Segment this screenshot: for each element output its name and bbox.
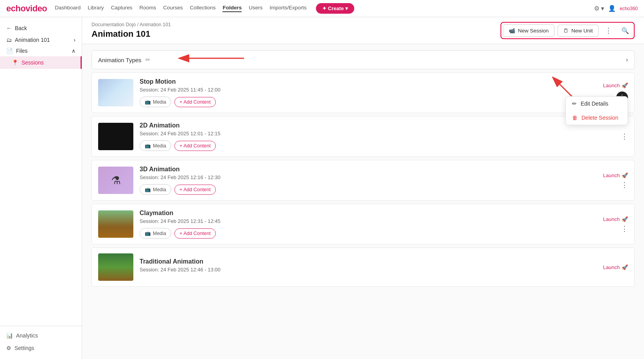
launch-rocket-icon-claymation: 🚀: [622, 216, 628, 222]
session-date-3d: Session: 24 Feb 2025 12:16 - 12:30: [140, 174, 597, 180]
sidebar-settings[interactable]: ⚙ Settings: [0, 342, 82, 354]
session-right-traditional: Launch 🚀: [603, 264, 628, 270]
launch-label: Launch: [603, 83, 620, 88]
new-session-label: New Session: [518, 28, 549, 34]
brand-label: echo360: [620, 6, 638, 11]
media-icon-3d: 📺: [145, 187, 151, 192]
add-content-button-2d[interactable]: + Add Content: [174, 141, 216, 151]
session-dots-button-claymation[interactable]: ⋮: [621, 225, 628, 232]
header-more-button[interactable]: ⋮: [602, 25, 615, 36]
files-chevron-icon: ∧: [72, 48, 75, 54]
nav-library[interactable]: Library: [88, 5, 104, 12]
unit-edit-icon[interactable]: ✏: [145, 56, 151, 63]
session-date-stop-motion: Session: 24 Feb 2025 11:45 - 12:00: [140, 87, 597, 93]
session-thumbnail-stop-motion: [98, 79, 133, 106]
session-dots-button-3d[interactable]: ⋮: [621, 181, 628, 188]
dropdown-delete-session[interactable]: 🗑 Delete Session: [566, 111, 628, 125]
nav-folders[interactable]: Folders: [222, 5, 242, 12]
analytics-label: Analytics: [16, 332, 38, 339]
session-date-2d: Session: 24 Feb 2025 12:01 - 12:15: [140, 131, 615, 136]
nav-users[interactable]: Users: [249, 5, 262, 12]
delete-icon: 🗑: [572, 115, 578, 121]
media-button-claymation[interactable]: 📺 Media: [140, 228, 171, 239]
flask-decoration: ⚗: [111, 174, 121, 187]
media-button-stop-motion[interactable]: 📺 Media: [140, 97, 171, 107]
new-unit-button[interactable]: 🗒 New Unit: [558, 25, 599, 37]
thumb-image-2d: [98, 123, 133, 150]
unit-title: Animation Types: [98, 57, 142, 63]
nav-imports-exports[interactable]: Imports/Exports: [270, 5, 307, 12]
nav-collections[interactable]: Collections: [190, 5, 215, 12]
nav-captures[interactable]: Captures: [111, 5, 133, 12]
topnav-right: ⚙ ▾ 👤 echo360: [594, 5, 638, 12]
new-unit-icon: 🗒: [563, 28, 569, 34]
session-name-3d: 3D Animation: [140, 166, 597, 173]
launch-button-traditional[interactable]: Launch 🚀: [603, 264, 628, 270]
files-icon: 📄: [6, 48, 13, 54]
media-button-2d[interactable]: 📺 Media: [140, 140, 171, 151]
unit-header[interactable]: Animation Types ✏ ›: [91, 50, 635, 69]
sessions-list: Stop Motion Session: 24 Feb 2025 11:45 -…: [91, 72, 635, 287]
launch-label-3d: Launch: [603, 172, 620, 178]
sidebar-sessions-label: Sessions: [22, 59, 44, 66]
media-button-3d[interactable]: 📺 Media: [140, 184, 171, 195]
add-content-button-claymation[interactable]: + Add Content: [174, 228, 216, 239]
launch-button-3d[interactable]: Launch 🚀: [603, 172, 628, 178]
session-actions-3d: 📺 Media + Add Content: [140, 184, 597, 195]
folder-icon: 🗂: [6, 37, 12, 43]
add-content-button-3d[interactable]: + Add Content: [174, 185, 216, 195]
sidebar-item-folder[interactable]: 🗂 Animation 101 ›: [0, 34, 82, 45]
nav-rooms[interactable]: Rooms: [139, 5, 156, 12]
session-dots-button-2d[interactable]: ⋮: [621, 133, 628, 140]
page-title: Animation 101: [91, 29, 171, 39]
thumb-image-stop-motion: [98, 79, 133, 106]
sidebar-item-files[interactable]: 📄 Files ∧: [0, 45, 82, 56]
breadcrumb-current: Animation 101: [140, 22, 171, 27]
breadcrumb-parent[interactable]: Documentation Dojo: [91, 22, 136, 27]
session-name-stop-motion: Stop Motion: [140, 78, 597, 85]
header-search-button[interactable]: 🔍: [618, 25, 632, 36]
session-thumbnail-traditional: [98, 253, 133, 281]
launch-rocket-icon-3d: 🚀: [622, 172, 628, 178]
session-thumbnail-claymation: [98, 210, 133, 238]
nav-links: Dashboard Library Captures Rooms Courses…: [55, 5, 307, 12]
session-thumbnail-2d: [98, 123, 133, 150]
session-actions-stop-motion: 📺 Media + Add Content: [140, 97, 597, 107]
sidebar-bottom: 📊 Analytics ⚙ Settings: [0, 326, 82, 354]
settings-icon[interactable]: ⚙ ▾: [594, 5, 604, 12]
session-card-stop-motion: Stop Motion Session: 24 Feb 2025 11:45 -…: [91, 72, 635, 113]
nav-dashboard[interactable]: Dashboard: [55, 5, 81, 12]
session-name-claymation: Claymation: [140, 210, 597, 217]
session-actions-claymation: 📺 Media + Add Content: [140, 228, 597, 239]
create-button[interactable]: ✦ Create ▾: [316, 3, 354, 14]
unit-chevron-icon: ›: [626, 56, 628, 63]
session-thumbnail-3d: ⚗: [98, 167, 133, 194]
media-label-3d: Media: [153, 187, 166, 192]
new-session-button[interactable]: 📹 New Session: [503, 24, 554, 37]
session-right-claymation: Launch 🚀 ⋮: [603, 216, 628, 232]
launch-label-traditional: Launch: [603, 264, 620, 270]
back-arrow-icon: ←: [6, 25, 12, 31]
user-icon[interactable]: 👤: [608, 5, 616, 12]
sidebar-back-button[interactable]: ← Back: [0, 22, 82, 34]
add-content-button-stop-motion[interactable]: + Add Content: [174, 97, 216, 107]
session-card-traditional: Traditional Animation Session: 24 Feb 20…: [91, 248, 635, 287]
launch-button-claymation[interactable]: Launch 🚀: [603, 216, 628, 222]
settings-icon: ⚙: [6, 345, 11, 351]
sidebar-analytics[interactable]: 📊 Analytics: [0, 329, 82, 342]
session-actions-2d: 📺 Media + Add Content: [140, 140, 615, 151]
session-info-2d: 2D Animation Session: 24 Feb 2025 12:01 …: [140, 122, 615, 151]
nav-courses[interactable]: Courses: [163, 5, 183, 12]
session-card-claymation: Claymation Session: 24 Feb 2025 12:31 - …: [91, 204, 635, 244]
sidebar-item-sessions[interactable]: 📍 Sessions: [0, 56, 82, 69]
header-left: Documentation Dojo / Animation 101 Anima…: [91, 22, 171, 39]
settings-label: Settings: [14, 345, 34, 351]
folder-chevron-icon: ›: [74, 37, 75, 43]
session-card-3d-animation: ⚗ 3D Animation Session: 24 Feb 2025 12:1…: [91, 160, 635, 201]
page-header: Documentation Dojo / Animation 101 Anima…: [82, 17, 644, 44]
dropdown-edit-details[interactable]: ✏ Edit Details: [566, 97, 628, 111]
launch-button-stop-motion[interactable]: Launch 🚀: [603, 83, 628, 88]
launch-rocket-icon: 🚀: [622, 83, 628, 88]
media-icon-claymation: 📺: [145, 230, 151, 236]
media-label-2d: Media: [153, 143, 166, 149]
